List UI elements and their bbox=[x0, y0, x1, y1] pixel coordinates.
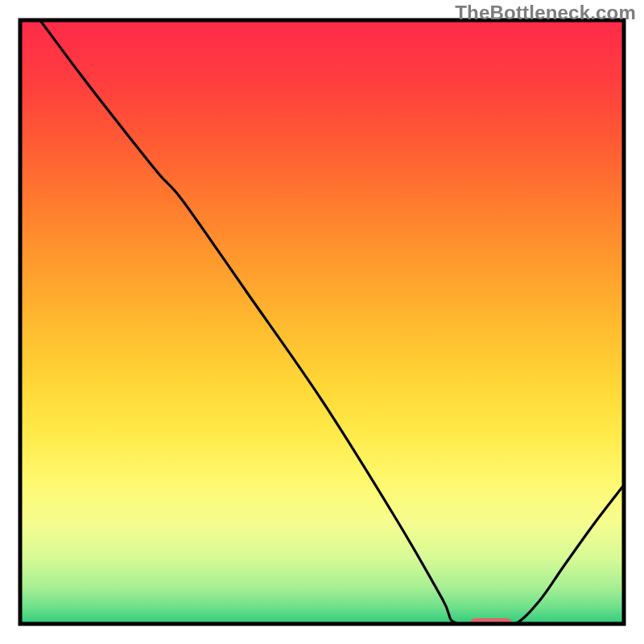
bottleneck-chart: TheBottleneck.com bbox=[0, 0, 644, 644]
plot-svg bbox=[0, 0, 644, 644]
watermark-label: TheBottleneck.com bbox=[455, 2, 636, 24]
gradient-background bbox=[20, 20, 624, 624]
